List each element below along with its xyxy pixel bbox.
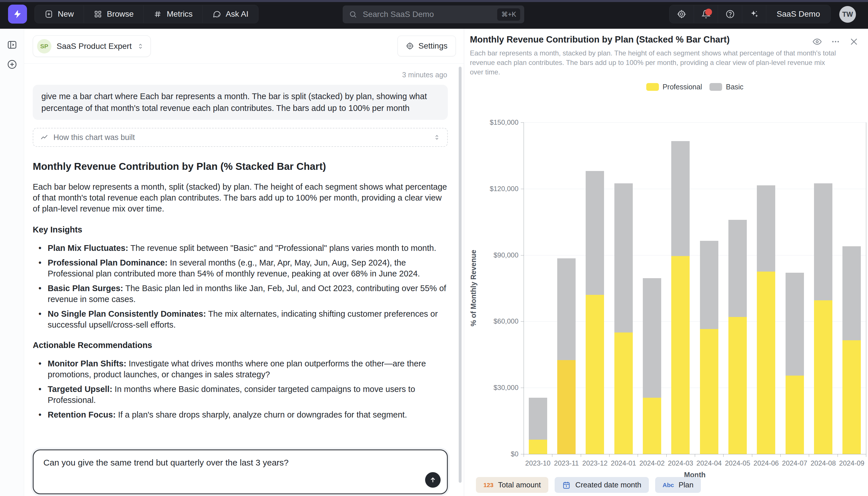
bar-segment-basic-2024-05[interactable] bbox=[728, 220, 747, 317]
bar-segment-basic-2023-12[interactable] bbox=[586, 171, 604, 295]
ai-assistant-button[interactable] bbox=[742, 5, 766, 23]
bar-segment-basic-2024-09[interactable] bbox=[842, 246, 861, 340]
metrics-button[interactable]: Metrics bbox=[143, 5, 202, 23]
chat-input-value: Can you give the same trend but quarterl… bbox=[43, 458, 289, 467]
new-label: New bbox=[58, 10, 74, 19]
message-timestamp: 3 minutes ago bbox=[33, 71, 447, 79]
field-pill-created-date-month[interactable]: Created date month bbox=[554, 477, 649, 493]
insights-heading: Key Insights bbox=[33, 225, 448, 234]
bar-segment-basic-2024-07[interactable] bbox=[786, 273, 804, 376]
bar-segment-professional-2024-03[interactable] bbox=[671, 256, 690, 454]
list-item: No Single Plan Consistently Dominates: T… bbox=[48, 308, 448, 330]
bar-segment-professional-2024-06[interactable] bbox=[757, 272, 775, 454]
chat-thread: 3 minutes ago give me a bar chart where … bbox=[33, 69, 448, 427]
settings-label: Settings bbox=[418, 41, 448, 50]
field-label: Plan bbox=[678, 480, 693, 490]
bar-segment-professional-2024-04[interactable] bbox=[700, 329, 718, 454]
bar-segment-professional-2024-05[interactable] bbox=[728, 317, 747, 454]
user-message: give me a bar chart where Each bar repre… bbox=[33, 85, 448, 120]
agent-badge: SP bbox=[37, 39, 51, 53]
left-rail bbox=[0, 29, 24, 496]
main-area: SP SaaS Product Expert Settings 3 minute… bbox=[0, 29, 868, 496]
global-search[interactable]: Search SaaS Demo ⌘+K bbox=[343, 5, 524, 23]
new-button[interactable]: New bbox=[35, 5, 84, 23]
sparkles-icon bbox=[750, 10, 759, 19]
bar-segment-professional-2023-11[interactable] bbox=[557, 360, 576, 454]
gear-icon bbox=[406, 42, 414, 50]
y-tick-label: $30,000 bbox=[478, 384, 518, 392]
bar-segment-basic-2024-03[interactable] bbox=[671, 141, 690, 256]
app-logo[interactable] bbox=[8, 4, 27, 24]
selector-chevrons-icon bbox=[137, 43, 144, 50]
how-chart-built-expander[interactable]: How this chart was built bbox=[33, 128, 448, 147]
bar-segment-basic-2024-02[interactable] bbox=[643, 278, 661, 398]
workspace-button[interactable]: SaaS Demo bbox=[766, 5, 830, 23]
field-label: Created date month bbox=[575, 480, 641, 490]
chat-sparkle-icon bbox=[212, 10, 221, 18]
y-tick-label: $60,000 bbox=[478, 317, 518, 325]
toggle-sidebar-button[interactable] bbox=[6, 39, 18, 50]
bar-segment-basic-2023-10[interactable] bbox=[529, 398, 547, 440]
bar-segment-basic-2024-06[interactable] bbox=[757, 185, 775, 272]
notifications-button[interactable] bbox=[694, 5, 718, 23]
search-shortcut: ⌘+K bbox=[497, 8, 520, 21]
x-tick-label: 2024-09 bbox=[834, 459, 868, 467]
avatar-initials: TW bbox=[842, 10, 853, 18]
help-icon bbox=[725, 10, 735, 19]
bar-segment-professional-2024-08[interactable] bbox=[814, 300, 832, 454]
recommendations-list: Monitor Plan Shifts: Investigate what dr… bbox=[33, 358, 448, 420]
assistant-response: Monthly Revenue Contribution by Plan (% … bbox=[33, 161, 448, 427]
stacked-bar-chart[interactable]: $0$30,000$60,000$90,000$120,000$150,0002… bbox=[464, 29, 868, 496]
bar-segment-professional-2023-12[interactable] bbox=[586, 295, 604, 454]
bar-segment-basic-2024-04[interactable] bbox=[700, 241, 718, 329]
bar-segment-professional-2024-02[interactable] bbox=[643, 398, 661, 454]
browse-label: Browse bbox=[107, 10, 133, 19]
list-item: Basic Plan Surges: The Basic plan led in… bbox=[48, 283, 448, 305]
agent-settings-button[interactable]: Settings bbox=[398, 36, 456, 56]
field-label: Total amount bbox=[498, 480, 541, 490]
chat-input[interactable]: Can you give the same trend but quarterl… bbox=[33, 449, 448, 494]
browse-button[interactable]: Browse bbox=[84, 5, 143, 23]
field-pill-plan[interactable]: Abc Plan bbox=[655, 477, 701, 493]
selector-chevrons-icon bbox=[433, 134, 440, 141]
metrics-label: Metrics bbox=[166, 10, 192, 19]
primary-nav: New Browse Metrics Ask AI bbox=[34, 5, 258, 23]
user-avatar[interactable]: TW bbox=[839, 6, 856, 23]
new-thread-button[interactable] bbox=[6, 59, 18, 70]
chat-panel: SP SaaS Product Expert Settings 3 minute… bbox=[24, 29, 464, 496]
insights-list: Plan Mix Fluctuates: The revenue split b… bbox=[33, 243, 448, 330]
list-item: Professional Plan Dominance: In several … bbox=[48, 257, 448, 279]
bar-segment-professional-2024-01[interactable] bbox=[614, 332, 633, 454]
agent-selector[interactable]: SP SaaS Product Expert bbox=[33, 35, 151, 57]
arrow-up-icon bbox=[429, 476, 437, 484]
ask-ai-label: Ask AI bbox=[226, 10, 248, 19]
plus-circle-icon bbox=[6, 59, 17, 70]
y-tick-label: $90,000 bbox=[478, 251, 518, 259]
bar-segment-basic-2024-01[interactable] bbox=[614, 183, 633, 332]
y-tick-label: $120,000 bbox=[478, 185, 518, 193]
field-pill-total-amount[interactable]: 123 Total amount bbox=[476, 477, 548, 493]
send-button[interactable] bbox=[425, 472, 440, 488]
grid-icon bbox=[94, 10, 102, 18]
bar-segment-basic-2023-11[interactable] bbox=[557, 258, 576, 360]
chat-header: SP SaaS Product Expert Settings bbox=[24, 29, 464, 63]
abc-icon: Abc bbox=[663, 482, 674, 489]
hash-icon bbox=[154, 10, 162, 18]
bar-segment-professional-2024-07[interactable] bbox=[786, 376, 804, 454]
chart-line-icon bbox=[40, 133, 48, 141]
help-button[interactable] bbox=[718, 5, 742, 23]
bar-segment-professional-2023-10[interactable] bbox=[529, 440, 547, 454]
nav-actions: SaaS Demo bbox=[669, 5, 831, 23]
y-tick-label: $150,000 bbox=[478, 119, 518, 126]
list-item: Plan Mix Fluctuates: The revenue split b… bbox=[48, 243, 448, 253]
gear-icon bbox=[677, 10, 686, 19]
chat-scrollbar[interactable] bbox=[459, 67, 462, 483]
lightning-bolt-icon bbox=[13, 9, 22, 19]
viz-panel: Monthly Revenue Contribution by Plan (St… bbox=[464, 29, 868, 496]
bar-segment-basic-2024-08[interactable] bbox=[814, 183, 832, 300]
settings-nav-button[interactable] bbox=[670, 5, 694, 23]
ask-ai-button[interactable]: Ask AI bbox=[203, 5, 258, 23]
agent-name: SaaS Product Expert bbox=[57, 42, 131, 51]
bar-segment-professional-2024-09[interactable] bbox=[842, 340, 861, 454]
response-intro: Each bar below represents a month, split… bbox=[33, 181, 448, 214]
